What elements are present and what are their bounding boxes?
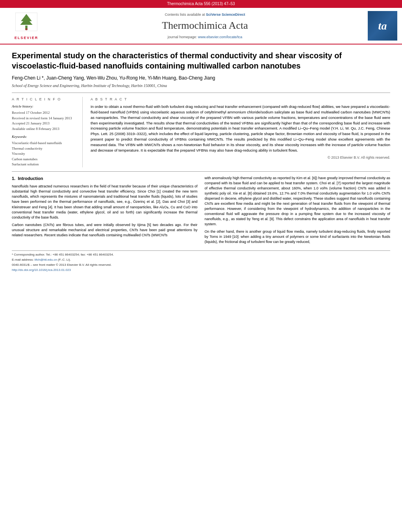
- abstract-label: A B S T R A C T: [91, 97, 390, 102]
- history-title: Article history:: [12, 104, 78, 109]
- body-col-left: 1. Introduction Nanofluids have attracte…: [12, 176, 198, 247]
- ta-logo-text: ta: [378, 18, 387, 33]
- authors-text: Feng-Chen Li *, Juan-Cheng Yang, Wen-Wu …: [12, 75, 215, 81]
- journal-header: ELSEVIER Contents lists available at Sci…: [0, 8, 402, 44]
- homepage-line: journal homepage: www.elsevier.com/locat…: [52, 35, 358, 40]
- footnote-issn: 0040-6031/$ – see front matter © 2013 El…: [12, 263, 390, 267]
- section-1-title: Introduction: [18, 176, 43, 181]
- intro-para-3: with anomalously high thermal conductivi…: [205, 176, 391, 227]
- affiliation: School of Energy Science and Engineering…: [12, 83, 390, 89]
- ta-logo-area: ta: [362, 11, 397, 41]
- elsevier-text: ELSEVIER: [15, 35, 39, 41]
- authors-line: Feng-Chen Li *, Juan-Cheng Yang, Wen-Wu …: [12, 75, 390, 82]
- abstract-text: In order to obtain a novel thermo-fluid …: [91, 104, 390, 153]
- section-1-heading: 1. Introduction: [12, 176, 198, 182]
- body-col-right: with anomalously high thermal conductivi…: [205, 176, 391, 247]
- intro-para-1: Nanofluids have attracted numerous resea…: [12, 184, 198, 220]
- intro-para-2: Carbon nanotubes (CNTs) are fibrous tube…: [12, 222, 198, 238]
- keyword-1: Viscoelastic-fluid-based nanofluids: [12, 141, 78, 146]
- article-info-label: A R T I C L E I N F O: [12, 97, 78, 102]
- history-online: Available online 8 February 2013: [12, 126, 78, 132]
- footnote-email-link[interactable]: lifch@hit.edu.cn: [35, 258, 57, 261]
- journal-issue-text: Thermochimica Acta 556 (2013) 47–53: [167, 2, 235, 6]
- section-1-number: 1.: [12, 176, 15, 181]
- footnote-doi: http://dx.doi.org/10.1016/j.tca.2013.01.…: [12, 268, 390, 272]
- journal-issue-header: Thermochimica Acta 556 (2013) 47–53: [0, 0, 402, 8]
- intro-para-4: On the other hand, there is another grou…: [205, 229, 391, 245]
- body-columns: 1. Introduction Nanofluids have attracte…: [12, 176, 390, 247]
- ta-logo: ta: [368, 11, 397, 41]
- keywords-section: Keywords: Viscoelastic-fluid-based nanof…: [12, 134, 78, 167]
- keyword-3: Viscosity: [12, 151, 78, 156]
- elsevier-logo-area: ELSEVIER: [5, 11, 48, 41]
- journal-title-area: Contents lists available at SciVerse Sci…: [52, 12, 358, 40]
- article-title: Experimental study on the characteristic…: [12, 50, 390, 71]
- keyword-2: Thermal conductivity: [12, 146, 78, 151]
- article-history: Article history: Received 17 October 201…: [12, 104, 78, 131]
- journal-title: Thermochimica Acta: [52, 19, 358, 33]
- copyright-line: © 2013 Elsevier B.V. All rights reserved…: [91, 155, 390, 160]
- article-content: Experimental study on the characteristic…: [0, 44, 402, 279]
- keyword-5: Surfactant solution: [12, 162, 78, 167]
- footnote-doi-link[interactable]: http://dx.doi.org/10.1016/j.tca.2013.01.…: [12, 268, 71, 272]
- keyword-4: Carbon nanotubes: [12, 157, 78, 162]
- article-info-abstract: A R T I C L E I N F O Article history: R…: [12, 93, 390, 167]
- footnote-corresponding: * Corresponding author. Tel.: +86 451 86…: [12, 252, 390, 257]
- keywords-title: Keywords:: [12, 134, 78, 139]
- sciverse-line: Contents lists available at SciVerse Sci…: [52, 12, 358, 17]
- sciverse-link[interactable]: SciVerse ScienceDirect: [206, 13, 245, 17]
- history-accepted: Accepted 21 January 2013: [12, 121, 78, 126]
- homepage-link[interactable]: www.elsevier.com/locate/tca: [198, 35, 243, 39]
- history-revised: Received in revised form 14 January 2013: [12, 116, 78, 121]
- article-info-col: A R T I C L E I N F O Article history: R…: [12, 97, 83, 167]
- section-divider: [12, 171, 390, 172]
- abstract-col: A B S T R A C T In order to obtain a nov…: [91, 97, 390, 167]
- elsevier-logo-box: ELSEVIER: [5, 11, 48, 41]
- elsevier-tree-icon: [11, 11, 42, 35]
- footnote-divider: [12, 250, 390, 251]
- svg-point-4: [25, 28, 28, 31]
- history-received: Received 17 October 2012: [12, 110, 78, 115]
- footnote-email: E-mail address: lifch@hit.edu.cn (F.-C. …: [12, 258, 390, 262]
